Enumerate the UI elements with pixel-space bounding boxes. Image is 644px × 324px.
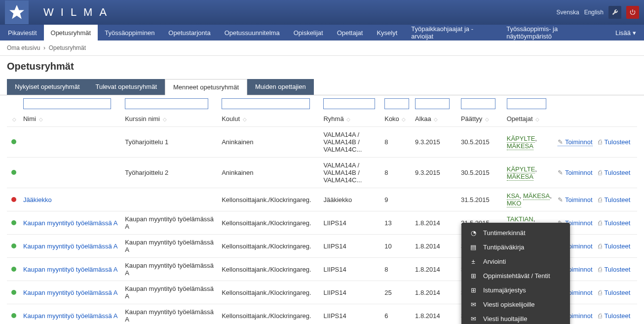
filter-ryhma[interactable] — [323, 98, 375, 109]
table-row: Jääkiekko Kellonsoittajank./Klockringare… — [7, 188, 637, 211]
dropdown-item[interactable]: ▤Tuntipäiväkirja — [461, 240, 570, 254]
cell-alkaa: 9.3.2015 — [413, 127, 459, 158]
filter-alkaa[interactable] — [415, 98, 450, 109]
dropdown-item-label: Viesti huoltajille — [483, 315, 527, 323]
lang-svenska[interactable]: Svenska — [557, 9, 579, 16]
teacher-link[interactable]: KÄPYLTE — [507, 165, 535, 173]
cell-ryhma: LIIPS14 — [321, 281, 382, 304]
tulosteet-link[interactable]: ⎙ Tulosteet — [598, 289, 630, 296]
filter-koulut[interactable] — [222, 98, 309, 109]
cell-koulut: Kellonsoittajank./Klockringareg. — [220, 211, 321, 235]
cell-koko: 13 — [382, 211, 413, 235]
group-name-link[interactable]: Kaupan myyntityö työelämässä A — [23, 289, 118, 296]
teacher-link[interactable]: KSA — [507, 192, 520, 200]
tab-tulevat[interactable]: Tulevat opetusryhmät — [88, 79, 165, 95]
settings-button[interactable] — [608, 6, 621, 19]
teacher-link[interactable]: TAKTIAN — [507, 215, 533, 223]
tulosteet-link[interactable]: ⎙ Tulosteet — [598, 196, 630, 203]
cell-koko: 10 — [382, 235, 413, 258]
group-name-link[interactable]: Kaupan myyntityö työelämässä A — [23, 219, 118, 227]
nav-opettajat[interactable]: Opettajat — [330, 25, 370, 40]
col-kurssi[interactable]: Kurssin nimi ◇ — [123, 111, 220, 127]
group-name-link[interactable]: Kaupan myyntityö työelämässä A — [23, 243, 118, 250]
dropdown-item[interactable]: ±Arviointi — [461, 254, 570, 269]
pencil-icon: ✎ — [558, 138, 563, 146]
grid-icon: ⊞ — [469, 286, 477, 294]
nav-opetusryhmat[interactable]: Opetusryhmät — [44, 25, 98, 40]
clock-icon: ◔ — [469, 229, 477, 237]
col-koulut[interactable]: Koulut ◇ — [220, 111, 321, 127]
logout-button[interactable] — [626, 6, 639, 19]
filter-paattyy[interactable] — [461, 98, 495, 109]
group-name-link[interactable]: Jääkiekko — [23, 196, 52, 203]
chevron-down-icon: ▾ — [633, 29, 636, 37]
cell-opettajat: KÄPYLTE, MÄKESA — [505, 158, 556, 188]
teacher-link[interactable]: MKO — [507, 200, 522, 207]
cell-kurssi: Kaupan myyntityö työelämässä A — [123, 281, 220, 304]
dropdown-item[interactable]: ✉Viesti huoltajille — [461, 312, 570, 324]
nav-opiskelijat[interactable]: Opiskelijat — [287, 25, 330, 40]
tab-nykyiset[interactable]: Nykyiset opetusryhmät — [7, 79, 88, 95]
tab-muiden[interactable]: Muiden opettajien — [247, 79, 314, 95]
header: WILMA Svenska English — [0, 0, 644, 25]
filter-nimi[interactable] — [23, 98, 111, 109]
tabs: Nykyiset opetusryhmät Tulevat opetusryhm… — [0, 79, 644, 95]
tab-menneet[interactable]: Menneet opetusryhmät — [165, 79, 247, 95]
dropdown-item[interactable]: ◔Tuntimerkinnät — [461, 226, 570, 240]
toiminnot-link[interactable]: ✎ Toiminnot — [558, 169, 593, 176]
filter-koko[interactable] — [384, 98, 409, 109]
group-name-link[interactable]: Kaupan myyntityö työelämässä A — [23, 266, 118, 273]
toiminnot-dropdown[interactable]: ◔Tuntimerkinnät▤Tuntipäiväkirja±Arvioint… — [461, 223, 570, 324]
nav-more[interactable]: Lisää ▾ — [608, 25, 643, 40]
dropdown-item[interactable]: ⊞Istumajärjestys — [461, 283, 570, 297]
print-icon: ⎙ — [598, 243, 602, 250]
col-status[interactable]: ◇ — [7, 111, 21, 127]
col-alkaa[interactable]: Alkaa ◇ — [413, 111, 459, 127]
filter-kurssi[interactable] — [125, 98, 208, 109]
wrench-icon — [611, 9, 618, 16]
status-dot — [11, 243, 16, 248]
toiminnot-link[interactable]: ✎ Toiminnot — [558, 138, 593, 146]
nav-tyopaikkaohjaajat[interactable]: Työpaikkaohjaajat ja -arvioijat — [404, 25, 499, 40]
tulosteet-link[interactable]: ⎙ Tulosteet — [598, 219, 630, 227]
col-opettajat[interactable]: Opettajat ◇ — [505, 111, 556, 127]
plusminus-icon: ± — [469, 258, 477, 265]
breadcrumb-home[interactable]: Oma etusivu — [7, 44, 40, 51]
teacher-link[interactable]: MÄKESA — [523, 192, 550, 200]
nav-tyossaoppimis[interactable]: Työssäoppimis- ja näyttöympäristö — [499, 25, 608, 40]
teacher-link[interactable]: MÄKESA — [507, 173, 533, 181]
col-paattyy[interactable]: Päättyy ◇ — [459, 111, 505, 127]
cell-alkaa: 1.8.2014 — [413, 304, 459, 324]
toiminnot-link[interactable]: ✎ Toiminnot — [558, 196, 593, 203]
status-dot — [11, 170, 16, 175]
logo[interactable] — [5, 0, 29, 24]
print-icon: ⎙ — [598, 289, 602, 296]
teacher-link[interactable]: KÄPYLTE — [507, 135, 535, 143]
nav-opetustarjonta[interactable]: Opetustarjonta — [161, 25, 217, 40]
dropdown-item[interactable]: ✉Viesti opiskelijoille — [461, 297, 570, 312]
col-nimi[interactable]: Nimi ◇ — [21, 111, 123, 127]
nav-pikaviestit[interactable]: Pikaviestit — [1, 25, 44, 40]
tulosteet-link[interactable]: ⎙ Tulosteet — [598, 138, 630, 146]
teacher-link[interactable]: MÄKESA — [507, 142, 533, 150]
lang-english[interactable]: English — [584, 9, 604, 16]
nav-tyossaoppiminen[interactable]: Työssäoppiminen — [98, 25, 161, 40]
status-dot — [11, 313, 16, 318]
filter-opettajat[interactable] — [507, 98, 546, 109]
cell-ryhma: VALMA14A / VALMA14B / VALMA14C... — [321, 158, 382, 188]
cell-kurssi — [123, 188, 220, 211]
tulosteet-link[interactable]: ⎙ Tulosteet — [598, 169, 630, 176]
nav-kyselyt[interactable]: Kyselyt — [370, 25, 404, 40]
cell-kurssi: Kaupan myyntityö työelämässä A — [123, 235, 220, 258]
group-name-link[interactable]: Kaupan myyntityö työelämässä A — [23, 312, 118, 320]
col-koko[interactable]: Koko ◇ — [382, 111, 413, 127]
tulosteet-link[interactable]: ⎙ Tulosteet — [598, 312, 630, 320]
tulosteet-link[interactable]: ⎙ Tulosteet — [598, 266, 630, 273]
nav-opetussuunnitelma[interactable]: Opetussuunnitelma — [218, 25, 287, 40]
tulosteet-link[interactable]: ⎙ Tulosteet — [598, 243, 630, 250]
col-ryhma[interactable]: Ryhmä ◇ — [321, 111, 382, 127]
dropdown-item[interactable]: ⊞Oppimistehtävät / Tentit — [461, 269, 570, 283]
cell-koko: 6 — [382, 304, 413, 324]
cell-opettajat: KSA, MÄKESA, MKO — [505, 188, 556, 211]
cell-koko: 9 — [382, 188, 413, 211]
